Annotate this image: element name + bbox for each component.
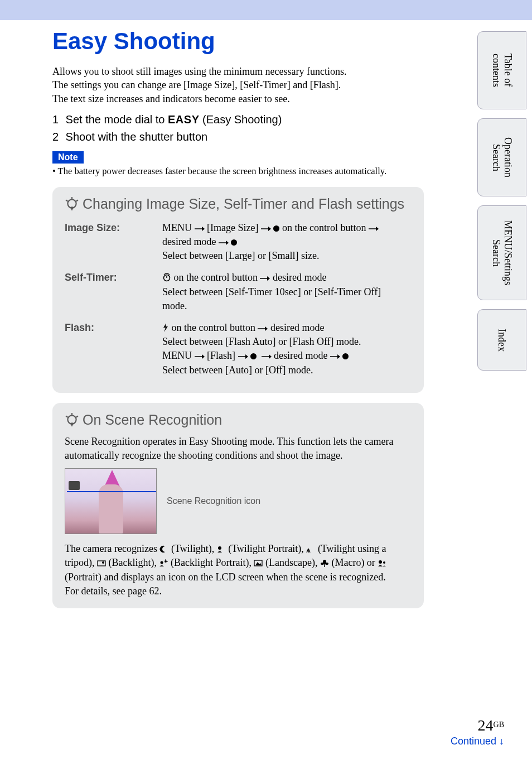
center-button-icon xyxy=(231,239,237,246)
page-region: GB xyxy=(494,720,504,729)
text: desired mode xyxy=(162,236,219,247)
row-label: Self-Timer: xyxy=(65,268,162,319)
portrait-icon xyxy=(378,559,386,567)
text: desired mode xyxy=(273,272,326,283)
svg-rect-34 xyxy=(71,423,73,425)
svg-point-48 xyxy=(321,563,324,565)
text: (Backlight), xyxy=(106,557,159,568)
svg-marker-26 xyxy=(269,354,272,359)
macro-icon xyxy=(320,559,329,567)
tab-menu-settings-search[interactable]: MENU/Settings Search xyxy=(477,205,526,300)
landscape-icon xyxy=(254,559,263,567)
tab-index[interactable]: Index xyxy=(477,309,526,371)
top-bar xyxy=(0,0,532,20)
table-row: Image Size: MENU [Image Size] on the con… xyxy=(65,219,412,269)
svg-marker-7 xyxy=(202,227,205,231)
svg-point-0 xyxy=(67,200,76,208)
text: on the control button xyxy=(172,322,258,333)
step-text-post: (Easy Shooting) xyxy=(199,113,282,126)
main-content: Easy Shooting Allows you to shoot still … xyxy=(0,20,424,608)
svg-line-3 xyxy=(66,200,67,201)
text: (Twilight), xyxy=(168,543,216,554)
row-label: Flash: xyxy=(65,319,162,383)
note-badge: Note xyxy=(52,151,84,164)
arrow-right-icon xyxy=(238,354,248,359)
arrow-right-icon xyxy=(330,354,340,359)
page-num-value: 24 xyxy=(478,717,494,734)
scene-intro: Scene Recognition operates in Easy Shoot… xyxy=(65,435,412,463)
row-label: Image Size: xyxy=(65,219,162,269)
text: desired mode xyxy=(274,350,330,361)
svg-marker-46 xyxy=(255,562,262,565)
page-title: Easy Shooting xyxy=(52,28,424,55)
svg-rect-5 xyxy=(71,207,73,209)
arrow-right-icon xyxy=(262,354,272,359)
text: (Landscape), xyxy=(263,557,320,568)
step-text: Set the mode dial to xyxy=(66,113,168,126)
scene-caption: Scene Recognition icon xyxy=(167,496,260,506)
center-button-icon xyxy=(250,353,257,359)
arrow-right-icon xyxy=(219,240,229,246)
tab-operation-search[interactable]: Operation Search xyxy=(477,118,526,196)
text: MENU xyxy=(162,222,195,233)
table-row: Self-Timer: on the control button desire… xyxy=(65,268,412,319)
arrow-right-icon xyxy=(260,276,270,281)
text: desired mode xyxy=(270,322,324,333)
center-button-icon xyxy=(273,225,279,232)
svg-line-33 xyxy=(76,416,78,417)
svg-point-42 xyxy=(165,560,167,563)
flash-icon xyxy=(162,323,169,332)
text: Select between [Large] or [Small] size. xyxy=(162,250,320,261)
panel-title: On Scene Recognition xyxy=(65,412,412,428)
twilight-icon xyxy=(159,545,168,553)
scene-image-row: Scene Recognition icon xyxy=(65,468,412,534)
svg-marker-9 xyxy=(268,227,271,231)
tip-icon xyxy=(65,412,79,427)
tab-table-of-contents[interactable]: Table of contents xyxy=(477,31,526,109)
row-content: on the control button desired mode Selec… xyxy=(162,268,412,319)
step-number: 1 xyxy=(52,113,62,126)
svg-marker-24 xyxy=(245,354,248,359)
text: [Flash] xyxy=(207,350,238,361)
row-content: on the control button desired mode Selec… xyxy=(162,319,412,383)
footer: 24GB Continued ↓ xyxy=(451,717,504,747)
text: (Portrait) and xyxy=(65,571,121,583)
panel-title-text: On Scene Recognition xyxy=(83,412,222,428)
svg-marker-20 xyxy=(265,326,268,331)
text: Select between [Auto] or [Off] mode. xyxy=(162,364,313,376)
svg-line-4 xyxy=(76,200,78,201)
text: The camera recognizes xyxy=(65,543,159,554)
center-button-icon xyxy=(342,353,349,359)
scene-body: The camera recognizes (Twilight), (Twili… xyxy=(65,542,412,598)
svg-marker-28 xyxy=(337,354,340,359)
text: Select between [Flash Auto] or [Flash Of… xyxy=(162,336,361,347)
svg-point-29 xyxy=(67,416,76,424)
svg-point-40 xyxy=(102,561,104,564)
easy-mode-icon: EASY xyxy=(168,113,199,126)
svg-marker-13 xyxy=(226,241,229,245)
svg-rect-39 xyxy=(98,561,105,566)
tip-icon xyxy=(65,196,79,211)
text: (Backlight Portrait), xyxy=(168,557,254,568)
step-text: Shoot with the shutter button xyxy=(66,131,208,143)
step-1: 1 Set the mode dial to EASY (Easy Shooti… xyxy=(52,113,424,126)
continued-label: Continued ↓ xyxy=(451,736,504,747)
text: (Twilight Portrait), xyxy=(226,543,307,554)
continued-text: Continued xyxy=(451,736,499,747)
svg-marker-17 xyxy=(267,276,270,281)
svg-marker-18 xyxy=(163,323,168,332)
scene-recognition-overlay-icon xyxy=(69,481,80,490)
text: (Macro) or xyxy=(329,557,378,568)
text: Select between [Self-Timer 10sec] or [Se… xyxy=(162,286,381,311)
self-timer-icon xyxy=(162,273,171,282)
settings-table: Image Size: MENU [Image Size] on the con… xyxy=(65,219,412,383)
step-list: 1 Set the mode dial to EASY (Easy Shooti… xyxy=(52,113,424,143)
scene-recognition-panel: On Scene Recognition Scene Recognition o… xyxy=(52,403,424,608)
arrow-right-icon xyxy=(195,354,205,359)
svg-marker-22 xyxy=(202,354,205,359)
arrow-right-icon xyxy=(369,226,379,232)
arrow-right-icon xyxy=(258,326,268,331)
svg-point-49 xyxy=(325,563,328,565)
text: [Image Size] xyxy=(207,222,261,233)
panel-title-text: Changing Image Size, Self-Timer and Flas… xyxy=(83,196,404,212)
